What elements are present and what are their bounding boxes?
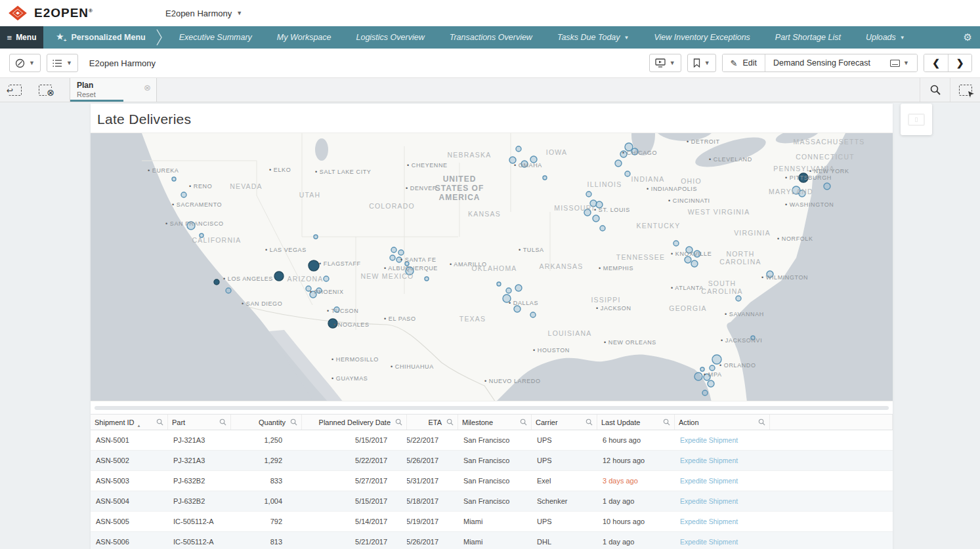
shipment-location-dot[interactable] bbox=[704, 374, 710, 380]
shipment-location-dot[interactable] bbox=[586, 192, 591, 197]
shipment-location-dot[interactable] bbox=[396, 257, 402, 262]
column-header-last_update[interactable]: Last Update bbox=[597, 415, 675, 430]
present-mode-button[interactable]: ▼ bbox=[649, 54, 681, 72]
column-search-icon[interactable] bbox=[290, 418, 297, 426]
shipment-location-dot[interactable] bbox=[503, 295, 511, 302]
nav-item-uploads[interactable]: Uploads▼ bbox=[853, 33, 918, 42]
nav-item-my-workspace[interactable]: My Workspace bbox=[265, 33, 344, 42]
column-search-icon[interactable] bbox=[446, 418, 454, 426]
table-row-asn-5005[interactable]: ASN-5005IC-505112-A7925/14/20175/19/2017… bbox=[91, 512, 893, 532]
nav-item-transactions-overview[interactable]: Transactions Overview bbox=[437, 33, 545, 42]
menu-button[interactable]: ≡ Menu bbox=[0, 26, 43, 49]
shipment-location-dot[interactable] bbox=[590, 200, 597, 207]
shipment-location-dot[interactable] bbox=[799, 173, 808, 182]
shipment-map[interactable]: EUREKAELKOSALT LAKE CITYCHEYENNENEBRASKA… bbox=[91, 132, 893, 401]
shipment-location-dot[interactable] bbox=[767, 271, 773, 277]
nav-item-tasks-due-today[interactable]: Tasks Due Today▼ bbox=[545, 33, 642, 42]
column-header-planned_delivery_date[interactable]: Planned Delivery Date bbox=[302, 415, 407, 430]
shipment-location-dot[interactable] bbox=[506, 288, 511, 293]
expedite-shipment-link[interactable]: Expedite Shipment bbox=[680, 518, 738, 525]
shipment-location-dot[interactable] bbox=[799, 190, 805, 197]
column-search-icon[interactable] bbox=[758, 418, 765, 426]
column-header-eta[interactable]: ETA bbox=[407, 415, 458, 430]
column-search-icon[interactable] bbox=[219, 418, 226, 426]
column-header-carrier[interactable]: Carrier bbox=[532, 415, 597, 430]
shipment-location-dot[interactable] bbox=[314, 235, 318, 239]
column-header-action[interactable]: Action bbox=[675, 415, 770, 430]
shipment-location-dot[interactable] bbox=[600, 226, 605, 231]
shipment-location-dot[interactable] bbox=[631, 148, 638, 155]
map-widget-button[interactable] bbox=[901, 104, 932, 135]
column-search-icon[interactable] bbox=[156, 418, 163, 426]
next-button[interactable]: ❯ bbox=[948, 54, 971, 71]
edit-button[interactable]: ✎ Edit bbox=[723, 54, 765, 71]
clear-selection-button[interactable]: ⊗ bbox=[30, 78, 60, 102]
table-row-asn-5006[interactable]: ASN-5006IC-505112-A8135/21/20175/26/2017… bbox=[91, 532, 893, 549]
shipment-location-dot[interactable] bbox=[274, 272, 284, 281]
shipment-location-dot[interactable] bbox=[593, 215, 599, 222]
settings-gear-icon[interactable]: ⚙ bbox=[964, 26, 980, 49]
shipment-location-dot[interactable] bbox=[736, 296, 741, 301]
search-button[interactable] bbox=[920, 78, 950, 102]
nav-item-executive-summary[interactable]: Executive Summary bbox=[167, 33, 265, 42]
shipment-location-dot[interactable] bbox=[398, 250, 404, 255]
expedite-shipment-link[interactable]: Expedite Shipment bbox=[680, 457, 738, 464]
tab-plan-reset[interactable]: Plan Reset ⊗ bbox=[70, 78, 157, 102]
previous-button[interactable]: ❮ bbox=[924, 54, 948, 71]
forecast-selector[interactable]: Demand Sensing Forecast ▼ bbox=[765, 54, 917, 71]
shipment-location-dot[interactable] bbox=[700, 367, 704, 371]
shipment-location-dot[interactable] bbox=[328, 319, 337, 328]
shipment-location-dot[interactable] bbox=[334, 307, 339, 312]
table-row-asn-5002[interactable]: ASN-5002PJ-321A31,2925/22/20175/26/2017S… bbox=[91, 451, 893, 471]
shipment-location-dot[interactable] bbox=[214, 279, 219, 285]
app-selector-dropdown[interactable]: E2open Harmony ▼ bbox=[165, 9, 242, 18]
shipment-location-dot[interactable] bbox=[751, 336, 755, 340]
nav-item-logistics-overview[interactable]: Logistics Overview bbox=[343, 33, 437, 42]
undo-selection-button[interactable]: ↩ bbox=[0, 78, 30, 102]
shipment-location-dot[interactable] bbox=[685, 256, 691, 263]
shipment-location-dot[interactable] bbox=[584, 209, 591, 216]
shipment-location-dot[interactable] bbox=[530, 156, 537, 163]
expedite-shipment-link[interactable]: Expedite Shipment bbox=[680, 497, 738, 505]
outline-tool-button[interactable]: ▼ bbox=[47, 54, 78, 72]
shipment-location-dot[interactable] bbox=[406, 267, 414, 275]
shipment-location-dot[interactable] bbox=[187, 222, 195, 230]
shipment-location-dot[interactable] bbox=[596, 201, 603, 208]
table-row-asn-5004[interactable]: ASN-5004PJ-632B21,0045/15/20175/18/2017S… bbox=[91, 491, 893, 512]
nav-item-view-inventory-exceptions[interactable]: View Inventory Exceptions bbox=[641, 33, 762, 42]
shipment-location-dot[interactable] bbox=[226, 288, 231, 293]
shipment-location-dot[interactable] bbox=[694, 373, 702, 380]
column-header-quantity[interactable]: Quantity bbox=[231, 415, 302, 430]
table-row-asn-5003[interactable]: ASN-5003PJ-632B28335/27/20175/31/2017San… bbox=[91, 471, 893, 491]
column-search-icon[interactable] bbox=[586, 418, 593, 426]
shipment-location-dot[interactable] bbox=[200, 234, 203, 237]
expedite-shipment-link[interactable]: Expedite Shipment bbox=[680, 477, 738, 485]
column-header-part[interactable]: Part bbox=[168, 415, 231, 430]
shipment-location-dot[interactable] bbox=[694, 251, 700, 257]
shipment-location-dot[interactable] bbox=[625, 171, 630, 176]
shipment-location-dot[interactable] bbox=[324, 276, 329, 281]
column-search-icon[interactable] bbox=[663, 418, 670, 426]
shipment-location-dot[interactable] bbox=[405, 262, 409, 266]
map-horizontal-scrollbar[interactable] bbox=[95, 406, 889, 410]
tab-close-icon[interactable]: ⊗ bbox=[144, 83, 151, 92]
shipment-location-dot[interactable] bbox=[620, 151, 627, 157]
column-search-icon[interactable] bbox=[395, 418, 402, 426]
compass-tool-button[interactable]: ▼ bbox=[9, 54, 41, 72]
shipment-location-dot[interactable] bbox=[181, 192, 186, 197]
shipment-location-dot[interactable] bbox=[172, 177, 176, 181]
shipment-location-dot[interactable] bbox=[673, 241, 679, 246]
shipment-location-dot[interactable] bbox=[530, 312, 536, 317]
shipment-location-dot[interactable] bbox=[316, 288, 322, 293]
shipment-location-dot[interactable] bbox=[824, 183, 830, 190]
expedite-shipment-link[interactable]: Expedite Shipment bbox=[680, 538, 738, 546]
select-region-button[interactable] bbox=[950, 78, 980, 102]
shipment-location-dot[interactable] bbox=[516, 146, 521, 152]
shipment-location-dot[interactable] bbox=[509, 157, 516, 163]
column-header-milestone[interactable]: Milestone bbox=[458, 415, 532, 430]
shipment-location-dot[interactable] bbox=[543, 176, 547, 180]
shipment-location-dot[interactable] bbox=[390, 255, 395, 260]
shipment-location-dot[interactable] bbox=[521, 161, 528, 167]
column-header-shipment_id[interactable]: Shipment ID▲ bbox=[91, 415, 168, 430]
shipment-location-dot[interactable] bbox=[686, 247, 692, 253]
